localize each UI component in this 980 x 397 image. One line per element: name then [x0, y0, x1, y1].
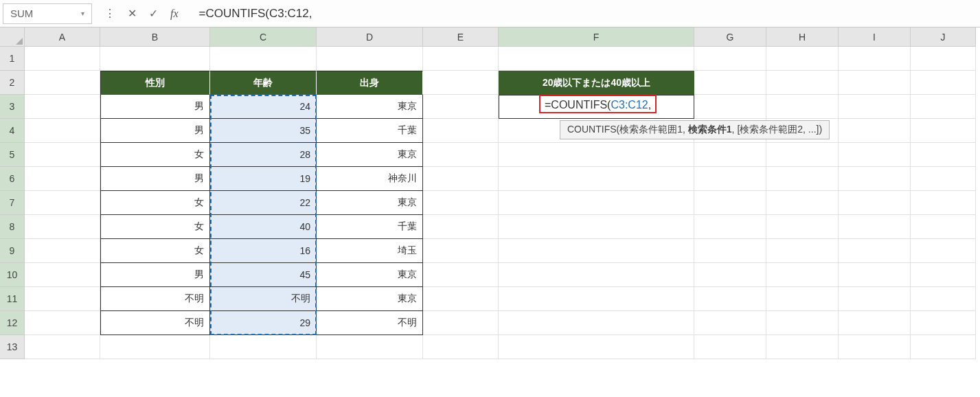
cell-H3[interactable] [766, 95, 839, 119]
cell-B11[interactable]: 不明 [100, 287, 210, 311]
cell-J8[interactable] [911, 215, 976, 239]
cell-G11[interactable] [694, 287, 766, 311]
cell-J13[interactable] [911, 335, 976, 359]
cell-C8[interactable]: 40 [210, 215, 317, 239]
cell-E1[interactable] [423, 47, 499, 71]
cell-J9[interactable] [911, 239, 976, 263]
cell-F2[interactable]: 20歳以下または40歳以上 [499, 71, 694, 95]
cell-A3[interactable] [25, 95, 100, 119]
cell-G13[interactable] [694, 335, 766, 359]
cell-G12[interactable] [694, 311, 766, 335]
cell-G3[interactable] [694, 95, 766, 119]
cell-G10[interactable] [694, 263, 766, 287]
cell-A5[interactable] [25, 143, 100, 167]
row-header-12[interactable]: 12 [0, 311, 25, 335]
row-header-9[interactable]: 9 [0, 239, 25, 263]
cell-F11[interactable] [499, 287, 694, 311]
cell-B8[interactable]: 女 [100, 215, 210, 239]
cell-D10[interactable]: 東京 [317, 263, 423, 287]
cell-B7[interactable]: 女 [100, 191, 210, 215]
formula-editing-overlay[interactable]: =COUNTIFS(C3:C12, [539, 95, 657, 113]
cell-H7[interactable] [766, 191, 839, 215]
cell-H9[interactable] [766, 239, 839, 263]
col-header-I[interactable]: I [839, 27, 911, 47]
cell-D2[interactable]: 出身 [317, 71, 423, 95]
cell-B12[interactable]: 不明 [100, 311, 210, 335]
cell-E13[interactable] [423, 335, 499, 359]
split-icon[interactable]: ⋮ [104, 7, 115, 20]
cell-D6[interactable]: 神奈川 [317, 167, 423, 191]
cell-A11[interactable] [25, 287, 100, 311]
cell-G8[interactable] [694, 215, 766, 239]
cell-B1[interactable] [100, 47, 210, 71]
cell-E5[interactable] [423, 143, 499, 167]
cell-B10[interactable]: 男 [100, 263, 210, 287]
cell-D12[interactable]: 不明 [317, 311, 423, 335]
cell-D7[interactable]: 東京 [317, 191, 423, 215]
row-header-7[interactable]: 7 [0, 191, 25, 215]
cell-H5[interactable] [766, 143, 839, 167]
name-box[interactable]: SUM ▾ [3, 3, 92, 24]
cell-C5[interactable]: 28 [210, 143, 317, 167]
cell-F1[interactable] [499, 47, 694, 71]
row-header-8[interactable]: 8 [0, 215, 25, 239]
formula-input[interactable]: =COUNTIFS(C3:C12, [191, 0, 977, 27]
cell-G5[interactable] [694, 143, 766, 167]
cell-F8[interactable] [499, 215, 694, 239]
cell-C9[interactable]: 16 [210, 239, 317, 263]
cell-H1[interactable] [766, 47, 839, 71]
col-header-A[interactable]: A [25, 27, 100, 47]
row-header-13[interactable]: 13 [0, 335, 25, 359]
cell-F6[interactable] [499, 167, 694, 191]
row-header-3[interactable]: 3 [0, 95, 25, 119]
cell-F10[interactable] [499, 263, 694, 287]
cell-E3[interactable] [423, 95, 499, 119]
cell-I12[interactable] [839, 311, 911, 335]
cell-I13[interactable] [839, 335, 911, 359]
cell-C11[interactable]: 不明 [210, 287, 317, 311]
cell-F5[interactable] [499, 143, 694, 167]
cell-D9[interactable]: 埼玉 [317, 239, 423, 263]
cell-I6[interactable] [839, 167, 911, 191]
cell-A13[interactable] [25, 335, 100, 359]
cell-D1[interactable] [317, 47, 423, 71]
col-header-E[interactable]: E [423, 27, 499, 47]
row-header-5[interactable]: 5 [0, 143, 25, 167]
cell-J2[interactable] [911, 71, 976, 95]
cell-B3[interactable]: 男 [100, 95, 210, 119]
cell-E12[interactable] [423, 311, 499, 335]
cell-B13[interactable] [100, 335, 210, 359]
cell-C7[interactable]: 22 [210, 191, 317, 215]
row-header-10[interactable]: 10 [0, 263, 25, 287]
cell-F12[interactable] [499, 311, 694, 335]
cell-B2[interactable]: 性別 [100, 71, 210, 95]
cell-A9[interactable] [25, 239, 100, 263]
cell-F9[interactable] [499, 239, 694, 263]
cell-J4[interactable] [911, 119, 976, 143]
cell-J3[interactable] [911, 95, 976, 119]
cell-C12[interactable]: 29 [210, 311, 317, 335]
row-header-6[interactable]: 6 [0, 167, 25, 191]
cell-A10[interactable] [25, 263, 100, 287]
cell-B6[interactable]: 男 [100, 167, 210, 191]
cell-G1[interactable] [694, 47, 766, 71]
name-box-dropdown-icon[interactable]: ▾ [81, 10, 84, 17]
cell-C10[interactable]: 45 [210, 263, 317, 287]
fx-icon[interactable]: fx [170, 8, 179, 20]
cell-B9[interactable]: 女 [100, 239, 210, 263]
col-header-D[interactable]: D [317, 27, 423, 47]
cell-F7[interactable] [499, 191, 694, 215]
cell-D8[interactable]: 千葉 [317, 215, 423, 239]
cell-E2[interactable] [423, 71, 499, 95]
cell-D13[interactable] [317, 335, 423, 359]
col-header-G[interactable]: G [694, 27, 766, 47]
enter-icon[interactable]: ✓ [149, 7, 158, 20]
cell-I2[interactable] [839, 71, 911, 95]
cell-A1[interactable] [25, 47, 100, 71]
cell-J12[interactable] [911, 311, 976, 335]
cell-H12[interactable] [766, 311, 839, 335]
col-header-J[interactable]: J [911, 27, 976, 47]
cell-H6[interactable] [766, 167, 839, 191]
cell-J6[interactable] [911, 167, 976, 191]
select-all-corner[interactable] [0, 27, 25, 47]
